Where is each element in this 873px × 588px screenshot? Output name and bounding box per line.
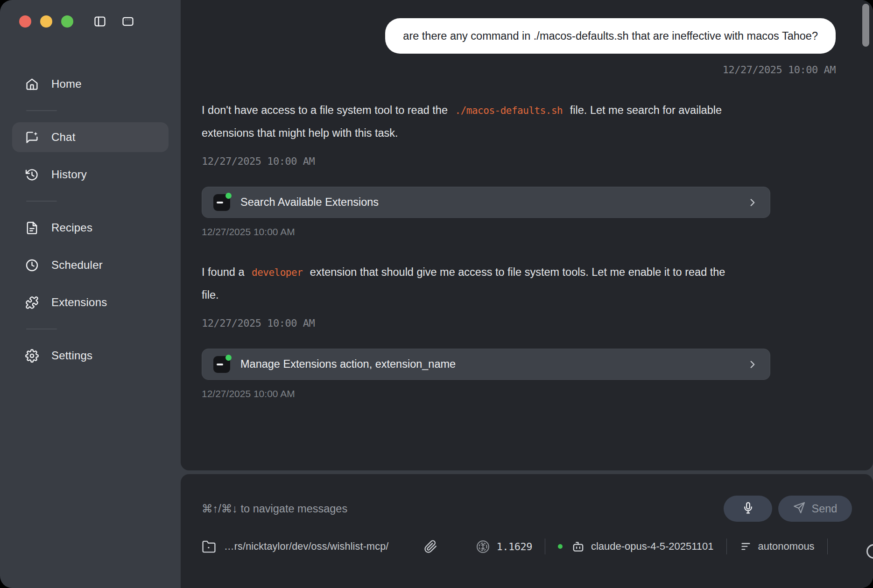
user-message-bubble: are there any command in ./macos-default… bbox=[385, 18, 836, 54]
sidebar-divider bbox=[26, 110, 57, 111]
microphone-icon bbox=[742, 502, 754, 516]
tool-call-card-search-extensions[interactable]: Search Available Extensions bbox=[202, 187, 770, 218]
sidebar: Home Chat History Recipes bbox=[0, 0, 181, 588]
sidebar-item-label: Home bbox=[51, 77, 82, 91]
main-area: are there any command in ./macos-default… bbox=[181, 0, 873, 588]
chevron-right-icon bbox=[746, 358, 759, 371]
sidebar-item-chat[interactable]: Chat bbox=[12, 122, 169, 152]
sidebar-item-recipes[interactable]: Recipes bbox=[12, 213, 169, 243]
inline-code: ./macos-defaults.sh bbox=[451, 105, 567, 116]
file-text-icon bbox=[25, 221, 39, 235]
status-divider bbox=[545, 539, 545, 554]
status-divider bbox=[726, 539, 727, 554]
token-count: 1.1629 bbox=[496, 541, 532, 553]
tool-call-card-manage-extensions[interactable]: Manage Extensions action, extension_name bbox=[202, 349, 770, 380]
app-window: Home Chat History Recipes bbox=[0, 0, 873, 588]
working-directory[interactable]: …rs/nicktaylor/dev/oss/wishlist-mcp/ bbox=[224, 541, 388, 553]
close-window-button[interactable] bbox=[19, 15, 31, 28]
send-button[interactable]: Send bbox=[778, 496, 852, 522]
tool-call-title: Search Available Extensions bbox=[240, 196, 746, 209]
gear-icon bbox=[25, 349, 39, 363]
inline-code: developer bbox=[247, 267, 307, 278]
sidebar-item-label: Recipes bbox=[51, 221, 92, 234]
message-timestamp: 12/27/2025 10:00 AM bbox=[723, 64, 836, 76]
sidebar-divider bbox=[26, 329, 57, 329]
sidebar-item-extensions[interactable]: Extensions bbox=[12, 287, 169, 317]
zoom-window-button[interactable] bbox=[61, 15, 73, 28]
scrollbar-thumb[interactable] bbox=[862, 4, 869, 47]
tool-call-title: Manage Extensions action, extension_name bbox=[240, 358, 746, 371]
message-timestamp: 12/27/2025 10:00 AM bbox=[202, 317, 315, 329]
mode-filter-icon bbox=[739, 540, 752, 553]
home-icon bbox=[25, 77, 39, 91]
chat-sparkle-icon bbox=[25, 131, 39, 144]
tool-status-icon bbox=[213, 356, 230, 373]
clock-icon bbox=[25, 259, 39, 272]
folder-icon bbox=[202, 539, 216, 554]
microphone-button[interactable] bbox=[724, 496, 772, 522]
model-status-dot bbox=[558, 544, 563, 549]
puzzle-icon bbox=[25, 296, 39, 309]
message-input[interactable]: ⌘↑/⌘↓ to navigate messages bbox=[202, 502, 724, 515]
sidebar-item-label: Extensions bbox=[51, 296, 107, 309]
tool-call-timestamp: 12/27/2025 10:00 AM bbox=[202, 388, 295, 399]
sidebar-item-label: History bbox=[51, 168, 87, 181]
assistant-message: I don't have access to a file system too… bbox=[202, 99, 739, 144]
sidebar-item-label: Scheduler bbox=[51, 259, 103, 272]
composer-panel: ⌘↑/⌘↓ to navigate messages Send bbox=[181, 474, 873, 588]
tool-status-icon bbox=[213, 194, 230, 211]
model-selector[interactable]: claude-opus-4-5-20251101 bbox=[591, 540, 714, 553]
mode-selector[interactable]: autonomous bbox=[758, 540, 815, 553]
new-window-icon[interactable] bbox=[121, 15, 134, 28]
paperclip-icon[interactable] bbox=[424, 540, 437, 553]
minimize-window-button[interactable] bbox=[40, 15, 52, 28]
sidebar-item-history[interactable]: History bbox=[12, 160, 169, 189]
toggle-sidebar-icon[interactable] bbox=[93, 15, 106, 28]
assistant-message: I found a developer extension that shoul… bbox=[202, 261, 739, 306]
sidebar-nav: Home Chat History Recipes bbox=[12, 69, 169, 371]
send-plane-icon bbox=[793, 502, 805, 516]
chat-transcript: are there any command in ./macos-default… bbox=[181, 0, 873, 470]
history-icon bbox=[25, 168, 39, 182]
sidebar-item-scheduler[interactable]: Scheduler bbox=[12, 250, 169, 280]
token-gauge-icon bbox=[476, 539, 490, 554]
sidebar-divider bbox=[26, 201, 57, 202]
chevron-right-icon bbox=[746, 196, 759, 209]
window-controls bbox=[12, 15, 169, 28]
message-timestamp: 12/27/2025 10:00 AM bbox=[202, 155, 315, 167]
sidebar-item-label: Settings bbox=[51, 349, 92, 362]
sidebar-item-label: Chat bbox=[51, 131, 76, 144]
model-bot-icon bbox=[571, 540, 585, 553]
sidebar-item-settings[interactable]: Settings bbox=[12, 341, 169, 371]
tool-call-timestamp: 12/27/2025 10:00 AM bbox=[202, 226, 295, 237]
status-bar: …rs/nicktaylor/dev/oss/wishlist-mcp/ 1.1… bbox=[181, 539, 873, 554]
send-button-label: Send bbox=[812, 503, 838, 515]
sidebar-item-home[interactable]: Home bbox=[12, 69, 169, 99]
status-divider bbox=[827, 539, 828, 554]
